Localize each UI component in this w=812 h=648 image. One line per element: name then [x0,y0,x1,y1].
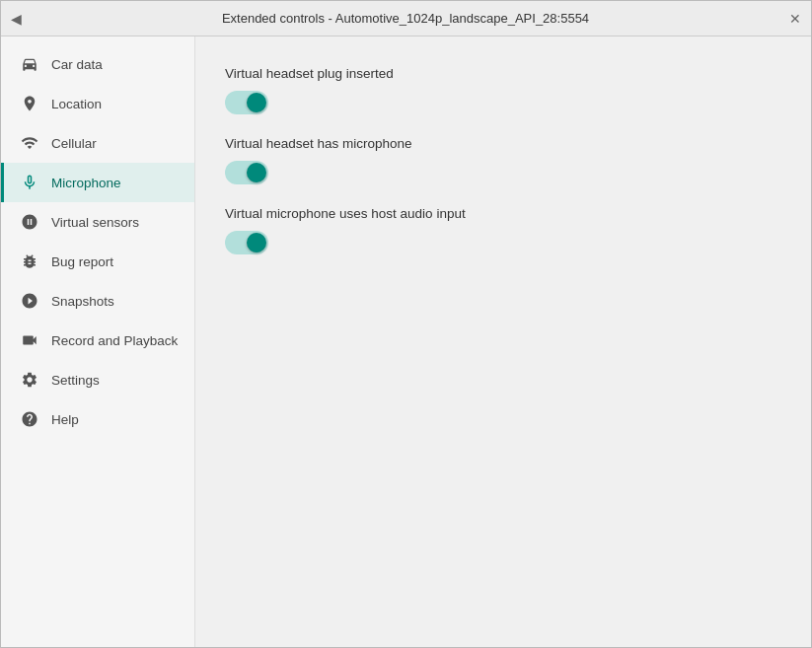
microphone-icon [20,173,39,192]
toggle-row-headset-plug: Virtual headset plug inserted [225,66,781,107]
sidebar-item-location[interactable]: Location [1,84,194,123]
titlebar-close-icon[interactable]: ✕ [789,11,801,27]
toggle-row-headset-mic: Virtual headset has microphone [225,136,781,177]
virtual-sensors-icon [20,212,39,232]
toggle-label-headset-plug: Virtual headset plug inserted [225,66,781,81]
sidebar-label-snapshots: Snapshots [51,294,114,309]
sidebar-label-help: Help [51,412,79,427]
toggle-label-headset-mic: Virtual headset has microphone [225,136,781,151]
titlebar: ◀ Extended controls - Automotive_1024p_l… [1,1,811,36]
toggle-knob-headset-mic [247,163,266,182]
toggle-knob-host-audio [247,233,266,252]
main-layout: Car data Location Cellular [1,36,811,647]
sidebar-item-virtual-sensors[interactable]: Virtual sensors [1,202,194,242]
car-icon [20,54,39,74]
help-icon [20,409,39,429]
bug-icon [20,252,39,271]
sidebar-item-help[interactable]: Help [1,399,194,439]
toggle-label-host-audio: Virtual microphone uses host audio input [225,206,781,221]
sidebar-item-microphone[interactable]: Microphone [1,163,194,202]
sidebar-label-virtual-sensors: Virtual sensors [51,215,139,230]
toggle-knob-headset-plug [247,93,266,112]
sidebar-item-car-data[interactable]: Car data [1,44,194,84]
sidebar-label-cellular: Cellular [51,136,97,151]
sidebar-item-record-playback[interactable]: Record and Playback [1,321,194,360]
location-icon [20,94,39,113]
settings-icon [20,370,39,390]
sidebar-item-cellular[interactable]: Cellular [1,123,194,163]
sidebar-label-car-data: Car data [51,57,103,72]
titlebar-left-icon[interactable]: ◀ [11,11,22,27]
cellular-icon [20,133,39,153]
sidebar-label-record-playback: Record and Playback [51,333,178,348]
content-area: Virtual headset plug inserted Virtual he… [195,36,811,647]
titlebar-title: Extended controls - Automotive_1024p_lan… [22,11,789,26]
sidebar-item-snapshots[interactable]: Snapshots [1,281,194,321]
sidebar: Car data Location Cellular [1,36,195,647]
sidebar-label-microphone: Microphone [51,176,121,190]
sidebar-label-bug-report: Bug report [51,254,113,269]
snapshots-icon [20,291,39,311]
sidebar-item-settings[interactable]: Settings [1,360,194,399]
record-icon [20,330,39,350]
sidebar-label-location: Location [51,97,102,111]
sidebar-label-settings: Settings [51,373,100,388]
main-window: ◀ Extended controls - Automotive_1024p_l… [0,0,812,648]
sidebar-item-bug-report[interactable]: Bug report [1,242,194,281]
toggle-row-host-audio: Virtual microphone uses host audio input [225,206,781,247]
